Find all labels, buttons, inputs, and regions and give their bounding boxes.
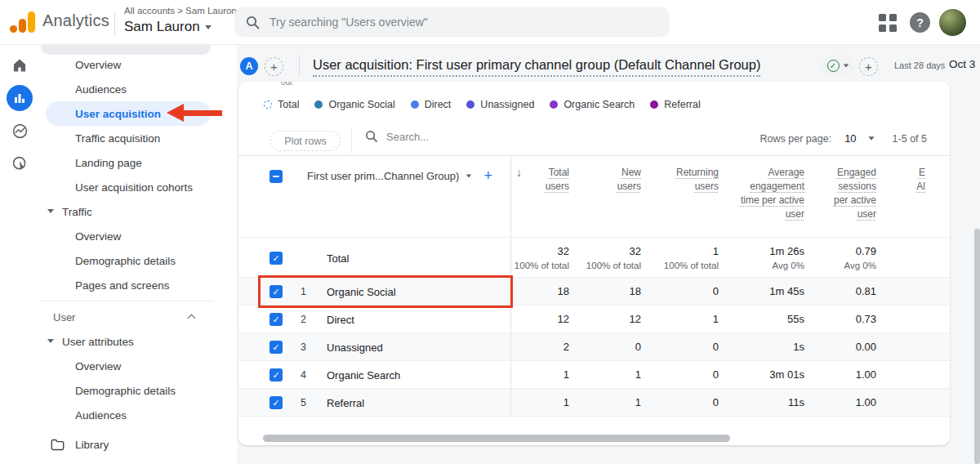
dimension-selector[interactable]: First user prim...Channel Group) [307, 170, 459, 182]
plot-rows-button[interactable]: Plot rows [270, 131, 341, 151]
legend-dot [314, 100, 323, 109]
sidebar-item-user-acquisition-cohorts[interactable]: User acquisition cohorts [39, 175, 237, 199]
table-search-input[interactable] [386, 131, 533, 143]
vertical-scrollbar[interactable] [974, 229, 980, 464]
table-row[interactable]: ✓ 3 Unassigned 2 0 0 1s 0.00 [238, 333, 950, 361]
arrow-head [167, 104, 184, 122]
column-header-returning-users[interactable]: Returning users [641, 156, 719, 194]
sidebar-item-audiences[interactable]: Audiences [39, 77, 237, 101]
total-value: 1m 26s [719, 245, 804, 258]
select-all-checkbox[interactable] [270, 170, 283, 183]
sidebar-item-pages-and-screens[interactable]: Pages and screens [39, 273, 237, 297]
sort-descending-icon[interactable]: ↓ [516, 166, 522, 179]
legend-dot [411, 100, 419, 109]
rows-per-page-select[interactable]: 10 [844, 132, 856, 145]
row-checkbox[interactable]: ✓ [270, 396, 283, 409]
table-row[interactable]: ✓ 2 Direct 12 12 1 55s 0.73 [238, 306, 950, 333]
table-row[interactable]: ✓ 5 Referral 1 1 0 11s 1.00 [238, 389, 950, 417]
legend-item-organic-social[interactable]: Organic Social [314, 99, 394, 110]
row-checkbox[interactable]: ✓ [270, 341, 283, 354]
sidebar-item-user-attributes[interactable]: User attributes [39, 329, 237, 354]
chevron-down-icon [843, 65, 848, 68]
sidebar-item-demographic-details[interactable]: Demographic details [39, 248, 237, 273]
horizontal-scrollbar[interactable] [263, 435, 730, 442]
caret-down-icon [47, 209, 54, 213]
sidebar-item-overview-2[interactable]: Overview [39, 224, 237, 248]
top-bar: Analytics All accounts > Sam Lauron Sam … [0, 0, 980, 45]
breadcrumb[interactable]: All accounts > Sam Lauron [124, 6, 237, 16]
sidebar-item-library[interactable]: Library [39, 432, 237, 457]
channel-name: Referral [327, 397, 364, 409]
row-checkbox[interactable]: ✓ [270, 252, 283, 265]
report-card: out Total Organic Social Direct Unassign… [238, 82, 950, 445]
total-value: 32 [510, 245, 569, 258]
pagination-controls: Rows per page: 10 1-5 of 5 [760, 132, 927, 145]
home-icon[interactable] [9, 55, 30, 76]
row-checkbox[interactable]: ✓ [270, 313, 283, 326]
chart-legend: Total Organic Social Direct Unassigned O… [264, 95, 716, 114]
table-row[interactable]: ✓ 4 Organic Search 1 1 0 3m 01s 1.00 [238, 361, 950, 389]
legend-dot [550, 100, 558, 109]
analytics-logo-icon[interactable] [10, 10, 38, 34]
divider [351, 128, 352, 154]
sidebar-item-traffic[interactable]: Traffic [39, 199, 237, 224]
date-range-dates[interactable]: Oct 3 [949, 58, 975, 70]
chevron-down-icon[interactable] [466, 175, 471, 178]
sidebar-item-overview[interactable]: Overview [39, 52, 237, 77]
legend-item-direct[interactable]: Direct [411, 99, 452, 110]
property-badge[interactable]: A [240, 57, 258, 75]
report-header: A + User acquisition: First user primary… [237, 45, 980, 82]
add-comparison-button[interactable]: + [265, 57, 283, 76]
channel-name: Organic Search [327, 369, 400, 381]
sidebar-section-user[interactable]: User [39, 305, 237, 329]
report-title[interactable]: User acquisition: First user primary cha… [313, 57, 760, 77]
approved-check-icon: ✓ [827, 60, 840, 72]
logo-dot [10, 25, 17, 33]
legend-dot [466, 100, 474, 109]
reports-icon[interactable] [7, 85, 33, 111]
dimension-header[interactable]: First user prim...Channel Group) + [238, 156, 510, 185]
search-icon [365, 130, 378, 143]
account-selector[interactable]: Sam Lauron [124, 19, 212, 35]
legend-item-unassigned[interactable]: Unassigned [466, 99, 534, 110]
table-header-row: First user prim...Channel Group) + Total… [238, 155, 950, 237]
rows-per-page-label: Rows per page: [760, 133, 832, 145]
sidebar-item-traffic-acquisition[interactable]: Traffic acquisition [39, 126, 237, 150]
chevron-down-icon[interactable] [868, 136, 874, 141]
ga4-app: Analytics All accounts > Sam Lauron Sam … [0, 0, 980, 464]
legend-item-referral[interactable]: Referral [650, 99, 700, 110]
advertising-icon[interactable] [9, 153, 30, 174]
chevron-up-icon [188, 315, 196, 323]
report-status-pill[interactable]: ✓ [822, 56, 854, 76]
annotation-arrow [167, 104, 225, 122]
table-search[interactable] [365, 130, 533, 143]
annotation-highlight-box [258, 275, 513, 308]
sidebar-item-overview-3[interactable]: Overview [39, 354, 237, 378]
nav-rail [0, 45, 39, 464]
total-value: 0.79 [804, 245, 876, 258]
row-checkbox[interactable]: ✓ [270, 368, 283, 381]
add-report-button[interactable]: + [859, 57, 878, 76]
column-header-avg-engagement-time[interactable]: Average engagement time per active user [719, 156, 804, 221]
global-search-input[interactable] [270, 16, 629, 29]
global-search[interactable] [234, 7, 670, 37]
sidebar-item-demographic-details-2[interactable]: Demographic details [39, 378, 237, 403]
sidebar-item-audiences-2[interactable]: Audiences [39, 403, 237, 427]
chevron-down-icon [205, 25, 212, 29]
add-dimension-icon[interactable]: + [483, 167, 492, 185]
legend-item-total[interactable]: Total [264, 99, 299, 110]
total-value: 32 [569, 245, 641, 258]
sidebar-item-landing-page[interactable]: Landing page [39, 150, 237, 175]
help-icon[interactable]: ? [910, 12, 930, 33]
explore-icon[interactable] [9, 120, 30, 141]
channel-name: Direct [327, 314, 354, 326]
column-header-new-users[interactable]: New users [569, 156, 641, 194]
avatar[interactable] [939, 9, 966, 36]
pagination-range: 1-5 of 5 [893, 133, 927, 145]
brand-name: Analytics [42, 11, 109, 30]
legend-item-organic-search[interactable]: Organic Search [550, 99, 635, 110]
column-header-truncated: E Al [827, 166, 925, 194]
date-range-label[interactable]: Last 28 days [894, 60, 945, 70]
apps-grid-icon[interactable] [879, 14, 897, 32]
legend-dot-dashed [264, 100, 272, 109]
